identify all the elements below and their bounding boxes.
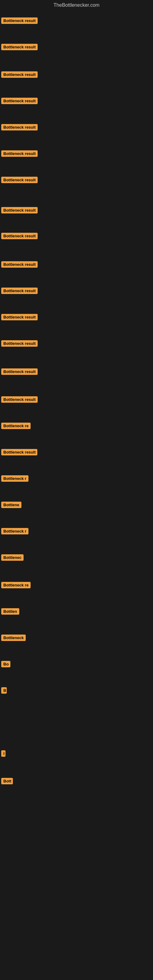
bottleneck-item: Bottleneck result (1, 396, 38, 404)
bottleneck-badge: Bottleneck result (1, 177, 38, 183)
bottleneck-item: Bottleneck result (1, 207, 38, 215)
bottleneck-item: Bottleneck result (1, 98, 38, 105)
bottleneck-item: Bottleneck re (1, 582, 30, 590)
bottleneck-item: Bottleneck result (1, 72, 38, 79)
bottleneck-badge: Bo (1, 661, 10, 667)
bottleneck-badge: Bottleneck result (1, 288, 38, 294)
bottleneck-badge: Bottleneck result (1, 150, 38, 157)
bottleneck-badge: Bott (1, 778, 13, 784)
bottleneck-badge: Bottleneck (1, 635, 26, 641)
bottleneck-badge: B (1, 687, 7, 694)
bottleneck-item: Bottleneck result (1, 233, 38, 240)
bottleneck-badge: Bottleneck r (1, 528, 29, 535)
bottleneck-badge: Bottleneck result (1, 314, 38, 320)
bottleneck-badge: Bottleneck result (1, 396, 38, 403)
bottleneck-item: Bottleneck result (1, 288, 38, 295)
bottleneck-badge: Bottlen (1, 608, 19, 615)
bottleneck-item: Bottleneck result (1, 314, 38, 321)
bottleneck-item: Bottleneck r (1, 475, 29, 483)
bottleneck-badge: Bottleneck result (1, 207, 38, 213)
bottleneck-badge: Bottleneck result (1, 261, 38, 268)
bottleneck-item: Bott (1, 778, 13, 786)
bottleneck-badge: Bottleneck result (1, 233, 38, 239)
bottleneck-item: Bottleneck result (1, 124, 38, 132)
bottleneck-item: Bottleneck r (1, 528, 29, 536)
bottleneck-badge: Bottleneck result (1, 340, 38, 347)
bottleneck-item: Bottleneck result (1, 261, 38, 269)
bottleneck-item: Bo (1, 661, 10, 668)
bottleneck-item: Bottleneck result (1, 368, 38, 376)
bottleneck-badge: Bottleneck result (1, 44, 38, 50)
bottleneck-badge: Bottleneck result (1, 449, 37, 455)
bottleneck-badge: Bottleneck re (1, 423, 30, 429)
bottleneck-badge: Bottleneck re (1, 582, 30, 588)
page-container: TheBottlenecker.com Bottleneck resultBot… (0, 0, 153, 980)
bottleneck-item: Bottleneck result (1, 18, 38, 25)
bottleneck-item: Bottleneck result (1, 449, 37, 457)
bottleneck-item: Bottleneck (1, 635, 26, 642)
bottleneck-badge: Bottlene (1, 502, 21, 508)
bottleneck-item: I (1, 750, 5, 758)
bottleneck-item: Bottleneck re (1, 423, 30, 430)
bottleneck-item: Bottlen (1, 608, 19, 616)
bottleneck-badge: Bottleneck r (1, 475, 29, 482)
bottleneck-badge: Bottlenec (1, 554, 24, 561)
bottleneck-item: Bottleneck result (1, 340, 38, 348)
bottleneck-badge: Bottleneck result (1, 72, 38, 78)
bottleneck-item: B (1, 687, 7, 695)
bottleneck-item: Bottlene (1, 502, 21, 509)
bottleneck-badge: Bottleneck result (1, 124, 38, 130)
bottleneck-item: Bottleneck result (1, 44, 38, 51)
bottleneck-badge: Bottleneck result (1, 98, 38, 104)
bottleneck-item: Bottleneck result (1, 150, 38, 158)
bottleneck-item: Bottlenec (1, 554, 24, 562)
bottleneck-badge: Bottleneck result (1, 18, 38, 24)
bottleneck-item: Bottleneck result (1, 177, 38, 185)
bottleneck-badge: I (1, 750, 5, 757)
bottleneck-badge: Bottleneck result (1, 368, 38, 375)
